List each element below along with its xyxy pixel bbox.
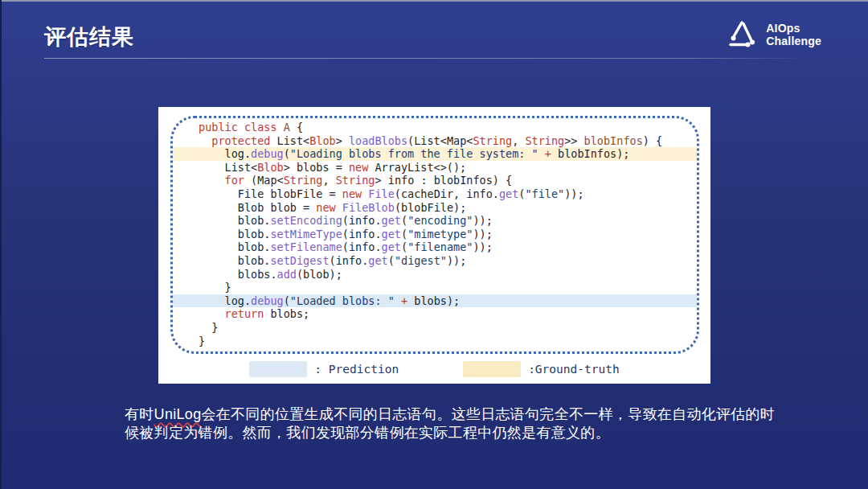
- code-line: log.debug("Loaded blobs: " + blobs);: [173, 294, 697, 308]
- legend-label: : Prediction: [314, 363, 399, 376]
- code-example-card: public class A {protected List<Blob> loa…: [158, 107, 710, 384]
- code-line: List<Blob> blobs = new ArrayList<>();: [173, 161, 697, 175]
- code-line: public class A {: [173, 121, 697, 134]
- code-line: blob.setMimeType(info.get("mimetype"));: [173, 228, 697, 241]
- title-divider-line: [44, 58, 808, 59]
- code-block: public class A {protected List<Blob> loa…: [170, 116, 699, 354]
- code-line: }: [173, 321, 697, 335]
- code-line: return blobs;: [173, 307, 697, 321]
- code-line: blobs.add(blob);: [173, 268, 697, 281]
- code-line: for (Map<String, String> info : blobInfo…: [173, 174, 697, 187]
- code-line: log.debug("Loading blobs from the file s…: [173, 147, 697, 161]
- code-line: }: [173, 281, 697, 294]
- logo-line1: AIOps: [766, 22, 821, 35]
- spellcheck-underlined-word: UniLog: [154, 406, 202, 422]
- groundtruth-color-swatch: [463, 361, 521, 377]
- logo-wordmark: AIOps Challenge: [766, 22, 821, 47]
- code-line: File blobFile = new File(cacheDir, info.…: [173, 187, 697, 201]
- code-line: }: [173, 335, 697, 348]
- legend-item-prediction: : Prediction: [249, 361, 399, 377]
- code-line: blob.setEncoding(info.get("encoding"));: [173, 214, 697, 228]
- code-line: blob.setFilename(info.get("filename"));: [173, 240, 697, 254]
- footnote-line: 候被判定为错例。然而，我们发现部分错例在实际工程中仍然是有意义的。: [125, 424, 816, 442]
- footnote-line: 有时UniLog会在不同的位置生成不同的日志语句。这些日志语句完全不一样，导致在…: [125, 405, 816, 424]
- slide-footnote-text: 有时UniLog会在不同的位置生成不同的日志语句。这些日志语句完全不一样，导致在…: [125, 405, 816, 442]
- code-line: blob.setDigest(info.get("digest"));: [173, 254, 697, 268]
- window-top-edge: [0, 0, 868, 2]
- page-title: 评估结果: [44, 23, 134, 51]
- legend-label: :Ground-truth: [528, 363, 620, 376]
- aiops-challenge-logo: AIOps Challenge: [725, 18, 821, 51]
- window-left-edge: [0, 0, 2, 489]
- prediction-color-swatch: [249, 361, 307, 377]
- logo-line2: Challenge: [766, 35, 821, 47]
- code-line: protected List<Blob> loadBlobs(List<Map<…: [173, 134, 697, 148]
- highlight-legend: : Prediction:Ground-truth: [158, 360, 710, 379]
- code-line: Blob blob = new FileBlob(blobFile);: [173, 201, 697, 215]
- aiops-triangle-logo-icon: [725, 18, 759, 51]
- presentation-slide: 评估结果 AIOps Challenge public class A {pro…: [0, 0, 868, 489]
- legend-item-groundtruth: :Ground-truth: [463, 361, 620, 377]
